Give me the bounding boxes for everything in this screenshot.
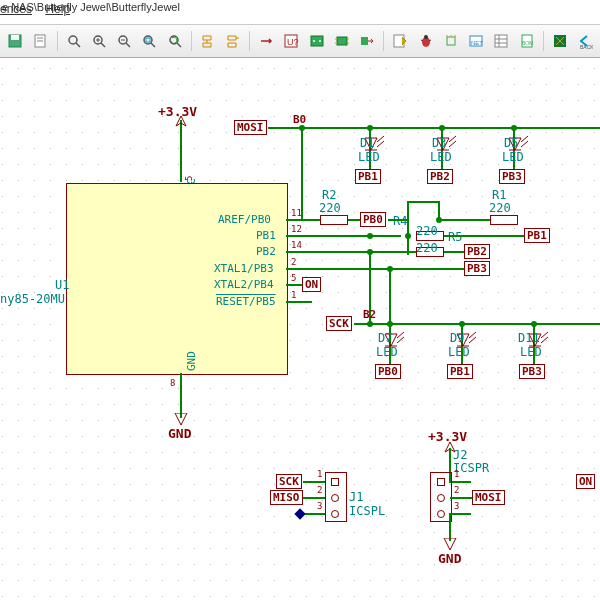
wire <box>444 251 464 253</box>
zoom-fit-icon[interactable] <box>62 29 84 53</box>
separator-icon <box>57 31 58 51</box>
pin-number: 2 <box>317 485 322 495</box>
svg-line-60 <box>397 332 404 338</box>
svg-line-52 <box>377 141 384 147</box>
net-pb3[interactable]: PB3 <box>499 169 525 184</box>
svg-line-8 <box>101 43 105 47</box>
net-pb0[interactable]: PB0 <box>375 364 401 379</box>
svg-rect-42 <box>495 35 507 47</box>
net-pb3[interactable]: PB3 <box>464 261 490 276</box>
svg-line-55 <box>449 141 456 147</box>
pin-name: XTAL1/PB3 <box>214 262 274 275</box>
pcb-editor-icon[interactable] <box>549 29 571 53</box>
bom-icon[interactable]: BOM <box>515 29 537 53</box>
separator-icon <box>191 31 192 51</box>
resistor-r1[interactable] <box>490 215 518 225</box>
power-gnd2-label: GND <box>438 551 461 566</box>
net-pb2[interactable]: PB2 <box>464 244 490 259</box>
zoom-refresh-icon[interactable] <box>163 29 185 53</box>
led-ref: D7 <box>378 331 392 345</box>
wire <box>386 268 464 270</box>
svg-text:U?: U? <box>287 37 299 47</box>
wire <box>348 219 360 221</box>
resistor-r2[interactable] <box>320 215 348 225</box>
svg-point-23 <box>313 40 315 42</box>
wire <box>286 284 302 286</box>
conn-val: ICSPL <box>349 504 385 518</box>
net-pb0[interactable]: PB0 <box>360 212 386 227</box>
back-icon[interactable]: BACK <box>574 29 596 53</box>
net-pb3[interactable]: PB3 <box>519 364 545 379</box>
ic-value: ny85-20MU <box>0 292 65 306</box>
symbol-fields-icon[interactable] <box>490 29 512 53</box>
svg-line-51 <box>377 136 384 142</box>
wire <box>407 201 440 203</box>
wire <box>286 268 386 270</box>
net-pb1[interactable]: PB1 <box>524 228 550 243</box>
zoom-out-icon[interactable] <box>113 29 135 53</box>
update-pcb-icon[interactable] <box>356 29 378 53</box>
pin-number: 2 <box>454 485 459 495</box>
net-sck[interactable]: SCK <box>326 316 352 331</box>
bug-icon[interactable] <box>414 29 436 53</box>
svg-line-67 <box>541 337 548 343</box>
pin-circle-icon <box>437 510 445 518</box>
separator-icon <box>383 31 384 51</box>
hierarchy-enter-icon[interactable] <box>197 29 219 53</box>
junction-icon <box>436 217 442 223</box>
save-icon[interactable] <box>4 29 26 53</box>
svg-point-24 <box>319 40 321 42</box>
zoom-in-icon[interactable] <box>88 29 110 53</box>
netlist-icon[interactable]: NET <box>465 29 487 53</box>
led-ref: D9 <box>450 331 464 345</box>
toolbar: U? NET BOM BACK <box>0 25 600 58</box>
wire <box>286 251 312 253</box>
svg-rect-16 <box>146 38 150 42</box>
net-on[interactable]: ON <box>302 277 321 292</box>
led-val: LED <box>520 345 542 359</box>
net-pb1[interactable]: PB1 <box>447 364 473 379</box>
svg-line-6 <box>76 43 80 47</box>
net-miso[interactable]: MISO <box>270 490 303 505</box>
led-val: LED <box>376 345 398 359</box>
net-mosi[interactable]: MOSI <box>234 120 267 135</box>
separator-icon <box>543 31 544 51</box>
net-pb2[interactable]: PB2 <box>427 169 453 184</box>
res-ref: R5 <box>448 230 462 244</box>
net-pb1[interactable]: PB1 <box>355 169 381 184</box>
conn-ref: J2 <box>453 448 467 462</box>
svg-line-61 <box>397 337 404 343</box>
page-setup-icon[interactable] <box>29 29 51 53</box>
erc-icon[interactable] <box>306 29 328 53</box>
res-val: 220 <box>416 241 438 255</box>
svg-text:BACK: BACK <box>580 44 593 49</box>
net-b2: B2 <box>363 308 376 321</box>
led-val: LED <box>358 150 380 164</box>
schematic-canvas[interactable]: +3.3V 15 VCC U1 ny85-20MU AREF/PB0 11 PB… <box>0 58 600 600</box>
hierarchy-leave-icon[interactable] <box>222 29 244 53</box>
footprint-editor-icon[interactable] <box>440 29 462 53</box>
net-sck[interactable]: SCK <box>276 474 302 489</box>
pin-name: GND <box>185 351 198 371</box>
led-ref: D3 <box>432 136 446 150</box>
svg-line-63 <box>469 332 476 338</box>
zoom-selection-icon[interactable] <box>138 29 160 53</box>
footprint-assign-icon[interactable] <box>331 29 353 53</box>
conn-ref: J1 <box>349 490 363 504</box>
annotate-icon[interactable]: U? <box>280 29 302 53</box>
pin-number: 8 <box>170 378 175 388</box>
led-ref: D1 <box>360 136 374 150</box>
ic-ref: U1 <box>55 278 69 292</box>
svg-line-64 <box>469 337 476 343</box>
net-mosi[interactable]: MOSI <box>472 490 505 505</box>
svg-line-18 <box>177 43 181 47</box>
net-on[interactable]: ON <box>576 474 595 489</box>
simulate-icon[interactable] <box>255 29 277 53</box>
wire <box>449 513 471 515</box>
wire <box>449 481 471 483</box>
symbol-editor-icon[interactable] <box>389 29 411 53</box>
led-ref: D11 <box>518 331 540 345</box>
pin-number: 3 <box>317 501 322 511</box>
wire <box>286 301 312 303</box>
wire <box>303 481 325 483</box>
